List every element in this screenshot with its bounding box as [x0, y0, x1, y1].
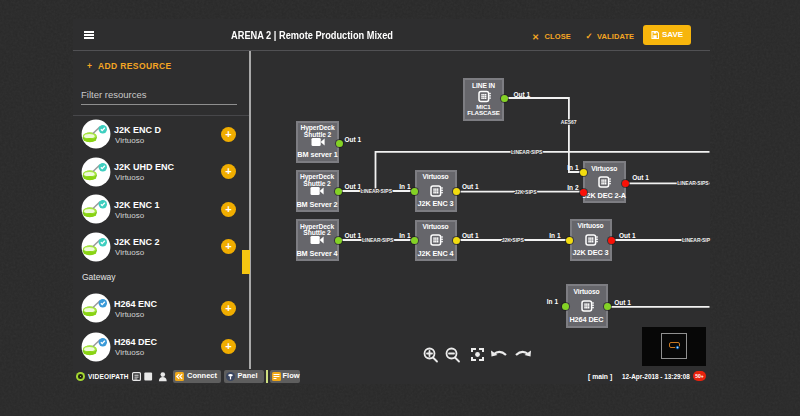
svg-text:Out 1: Out 1	[345, 136, 362, 143]
svg-text:LINEAR SIPS: LINEAR SIPS	[362, 237, 394, 243]
svg-text:Out 1: Out 1	[345, 232, 362, 239]
svg-text:In 1: In 1	[399, 183, 411, 190]
svg-text:In 1: In 1	[547, 298, 559, 305]
svg-text:In 1: In 1	[399, 232, 411, 239]
svg-text:Out 1: Out 1	[462, 232, 479, 239]
svg-text:Out 1: Out 1	[345, 183, 362, 190]
svg-text:LINEAR SIPS: LINEAR SIPS	[511, 149, 543, 155]
svg-text:J2K SIPS: J2K SIPS	[515, 189, 538, 195]
svg-text:Out 1: Out 1	[632, 174, 649, 181]
svg-text:LINEAR SIPS: LINEAR SIPS	[677, 180, 709, 186]
svg-text:In 1: In 1	[549, 232, 561, 239]
svg-text:LINEAR SIPS: LINEAR SIPS	[361, 188, 393, 194]
svg-text:LINEAR SIP: LINEAR SIP	[682, 237, 711, 243]
svg-text:J2K SIPS: J2K SIPS	[502, 237, 525, 243]
svg-text:In 2: In 2	[567, 184, 579, 191]
svg-text:Out 1: Out 1	[514, 91, 531, 98]
svg-text:In 1: In 1	[567, 164, 579, 171]
svg-text:AES67: AES67	[561, 119, 577, 125]
svg-text:Out 1: Out 1	[614, 299, 631, 306]
svg-text:Out 1: Out 1	[619, 232, 636, 239]
svg-text:Out 1: Out 1	[462, 183, 479, 190]
